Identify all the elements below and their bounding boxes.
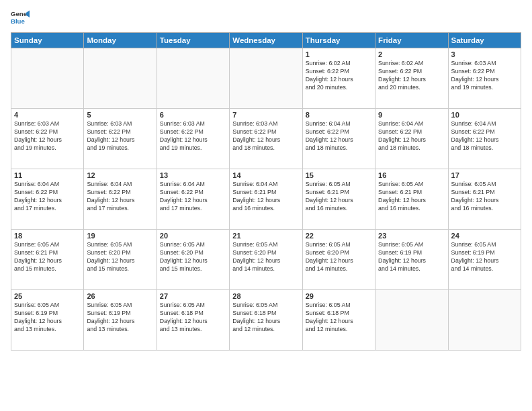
day-number: 13 <box>160 171 226 179</box>
calendar-cell: 4Sunrise: 6:03 AM Sunset: 6:22 PM Daylig… <box>11 109 84 169</box>
calendar-cell: 5Sunrise: 6:03 AM Sunset: 6:22 PM Daylig… <box>84 109 157 169</box>
calendar-cell: 27Sunrise: 6:05 AM Sunset: 6:18 PM Dayli… <box>157 290 229 351</box>
day-header-wednesday: Wednesday <box>230 33 302 48</box>
day-info: Sunrise: 6:05 AM Sunset: 6:18 PM Dayligh… <box>160 302 226 334</box>
calendar-cell <box>11 48 84 109</box>
calendar-cell: 18Sunrise: 6:05 AM Sunset: 6:21 PM Dayli… <box>11 230 84 290</box>
calendar-cell: 12Sunrise: 6:04 AM Sunset: 6:22 PM Dayli… <box>84 169 157 230</box>
day-info: Sunrise: 6:04 AM Sunset: 6:22 PM Dayligh… <box>306 120 372 152</box>
calendar-cell: 29Sunrise: 6:05 AM Sunset: 6:18 PM Dayli… <box>302 290 375 351</box>
day-info: Sunrise: 6:03 AM Sunset: 6:22 PM Dayligh… <box>232 120 299 152</box>
day-number: 27 <box>160 292 226 300</box>
day-info: Sunrise: 6:05 AM Sunset: 6:20 PM Dayligh… <box>306 241 372 273</box>
day-number: 1 <box>306 50 372 58</box>
calendar-cell: 15Sunrise: 6:05 AM Sunset: 6:21 PM Dayli… <box>302 169 375 230</box>
day-info: Sunrise: 6:04 AM Sunset: 6:21 PM Dayligh… <box>232 181 299 213</box>
calendar-cell: 1Sunrise: 6:02 AM Sunset: 6:22 PM Daylig… <box>302 48 375 109</box>
calendar-cell <box>448 290 521 351</box>
day-number: 29 <box>306 292 372 300</box>
day-number: 4 <box>14 111 81 119</box>
day-info: Sunrise: 6:05 AM Sunset: 6:19 PM Dayligh… <box>378 241 445 273</box>
calendar-cell: 3Sunrise: 6:03 AM Sunset: 6:22 PM Daylig… <box>448 48 521 109</box>
day-number: 26 <box>87 292 153 300</box>
calendar-cell: 16Sunrise: 6:05 AM Sunset: 6:21 PM Dayli… <box>375 169 448 230</box>
calendar-cell: 10Sunrise: 6:04 AM Sunset: 6:22 PM Dayli… <box>448 109 521 169</box>
logo: General Blue <box>11 8 30 27</box>
day-number: 10 <box>451 111 518 119</box>
day-info: Sunrise: 6:05 AM Sunset: 6:21 PM Dayligh… <box>378 181 445 213</box>
calendar-cell: 11Sunrise: 6:04 AM Sunset: 6:22 PM Dayli… <box>11 169 84 230</box>
day-number: 20 <box>160 232 226 240</box>
day-header-tuesday: Tuesday <box>157 33 229 48</box>
page-header: General Blue <box>11 8 521 27</box>
calendar-cell: 23Sunrise: 6:05 AM Sunset: 6:19 PM Dayli… <box>375 230 448 290</box>
day-number: 19 <box>87 232 153 240</box>
logo-icon: General Blue <box>11 8 30 27</box>
day-number: 6 <box>160 111 226 119</box>
day-info: Sunrise: 6:03 AM Sunset: 6:22 PM Dayligh… <box>160 120 226 152</box>
calendar-cell: 8Sunrise: 6:04 AM Sunset: 6:22 PM Daylig… <box>302 109 375 169</box>
day-number: 28 <box>232 292 299 300</box>
svg-text:Blue: Blue <box>11 17 25 25</box>
calendar-table: SundayMondayTuesdayWednesdayThursdayFrid… <box>11 32 521 351</box>
day-info: Sunrise: 6:04 AM Sunset: 6:22 PM Dayligh… <box>160 181 226 213</box>
day-info: Sunrise: 6:05 AM Sunset: 6:20 PM Dayligh… <box>160 241 226 273</box>
day-info: Sunrise: 6:05 AM Sunset: 6:19 PM Dayligh… <box>14 302 81 334</box>
calendar-cell: 13Sunrise: 6:04 AM Sunset: 6:22 PM Dayli… <box>157 169 229 230</box>
calendar-cell: 9Sunrise: 6:04 AM Sunset: 6:22 PM Daylig… <box>375 109 448 169</box>
day-info: Sunrise: 6:02 AM Sunset: 6:22 PM Dayligh… <box>306 60 372 92</box>
day-info: Sunrise: 6:04 AM Sunset: 6:22 PM Dayligh… <box>14 181 81 213</box>
calendar-cell: 2Sunrise: 6:02 AM Sunset: 6:22 PM Daylig… <box>375 48 448 109</box>
day-number: 8 <box>306 111 372 119</box>
calendar-cell: 26Sunrise: 6:05 AM Sunset: 6:19 PM Dayli… <box>84 290 157 351</box>
calendar-cell: 19Sunrise: 6:05 AM Sunset: 6:20 PM Dayli… <box>84 230 157 290</box>
day-info: Sunrise: 6:05 AM Sunset: 6:20 PM Dayligh… <box>87 241 153 273</box>
day-info: Sunrise: 6:05 AM Sunset: 6:19 PM Dayligh… <box>87 302 153 334</box>
calendar-cell: 6Sunrise: 6:03 AM Sunset: 6:22 PM Daylig… <box>157 109 229 169</box>
calendar-cell: 21Sunrise: 6:05 AM Sunset: 6:20 PM Dayli… <box>230 230 302 290</box>
day-number: 5 <box>87 111 153 119</box>
day-info: Sunrise: 6:05 AM Sunset: 6:20 PM Dayligh… <box>232 241 299 273</box>
day-info: Sunrise: 6:04 AM Sunset: 6:22 PM Dayligh… <box>451 120 518 152</box>
day-number: 17 <box>451 171 518 179</box>
day-number: 14 <box>232 171 299 179</box>
day-info: Sunrise: 6:03 AM Sunset: 6:22 PM Dayligh… <box>14 120 81 152</box>
day-number: 24 <box>451 232 518 240</box>
calendar-cell: 28Sunrise: 6:05 AM Sunset: 6:18 PM Dayli… <box>230 290 302 351</box>
day-header-monday: Monday <box>84 33 157 48</box>
day-number: 7 <box>232 111 299 119</box>
day-header-friday: Friday <box>375 33 448 48</box>
day-number: 25 <box>14 292 81 300</box>
day-number: 23 <box>378 232 445 240</box>
day-info: Sunrise: 6:05 AM Sunset: 6:18 PM Dayligh… <box>306 302 372 334</box>
day-number: 18 <box>14 232 81 240</box>
day-info: Sunrise: 6:05 AM Sunset: 6:18 PM Dayligh… <box>232 302 299 334</box>
calendar-cell: 20Sunrise: 6:05 AM Sunset: 6:20 PM Dayli… <box>157 230 229 290</box>
day-info: Sunrise: 6:03 AM Sunset: 6:22 PM Dayligh… <box>87 120 153 152</box>
day-header-thursday: Thursday <box>302 33 375 48</box>
day-info: Sunrise: 6:05 AM Sunset: 6:21 PM Dayligh… <box>451 181 518 213</box>
calendar-cell <box>157 48 229 109</box>
day-number: 3 <box>451 50 518 58</box>
day-info: Sunrise: 6:02 AM Sunset: 6:22 PM Dayligh… <box>378 60 445 92</box>
day-info: Sunrise: 6:05 AM Sunset: 6:21 PM Dayligh… <box>14 241 81 273</box>
calendar-cell <box>84 48 157 109</box>
day-number: 9 <box>378 111 445 119</box>
day-number: 15 <box>306 171 372 179</box>
day-header-saturday: Saturday <box>448 33 521 48</box>
day-info: Sunrise: 6:03 AM Sunset: 6:22 PM Dayligh… <box>451 60 518 92</box>
day-number: 21 <box>232 232 299 240</box>
day-info: Sunrise: 6:05 AM Sunset: 6:19 PM Dayligh… <box>451 241 518 273</box>
day-info: Sunrise: 6:04 AM Sunset: 6:22 PM Dayligh… <box>378 120 445 152</box>
day-info: Sunrise: 6:04 AM Sunset: 6:22 PM Dayligh… <box>87 181 153 213</box>
calendar-cell: 17Sunrise: 6:05 AM Sunset: 6:21 PM Dayli… <box>448 169 521 230</box>
day-info: Sunrise: 6:05 AM Sunset: 6:21 PM Dayligh… <box>306 181 372 213</box>
day-number: 22 <box>306 232 372 240</box>
day-header-sunday: Sunday <box>11 33 84 48</box>
calendar-cell: 14Sunrise: 6:04 AM Sunset: 6:21 PM Dayli… <box>230 169 302 230</box>
calendar-cell: 24Sunrise: 6:05 AM Sunset: 6:19 PM Dayli… <box>448 230 521 290</box>
day-number: 2 <box>378 50 445 58</box>
calendar-cell: 22Sunrise: 6:05 AM Sunset: 6:20 PM Dayli… <box>302 230 375 290</box>
day-number: 11 <box>14 171 81 179</box>
calendar-cell: 25Sunrise: 6:05 AM Sunset: 6:19 PM Dayli… <box>11 290 84 351</box>
